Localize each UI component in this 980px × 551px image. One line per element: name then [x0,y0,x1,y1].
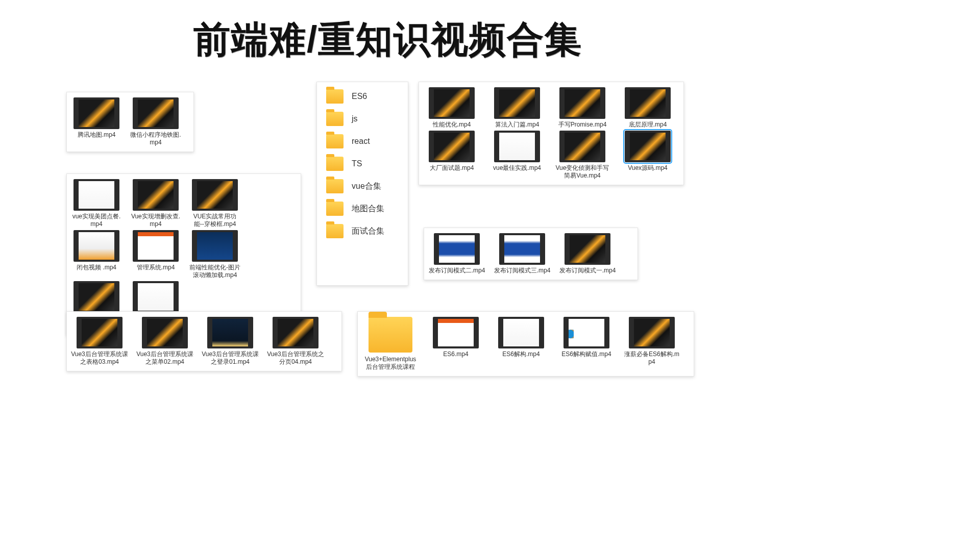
folder-name-label: 地图合集 [352,204,384,214]
video-file-item[interactable]: 闭包视频 .mp4 [71,230,122,279]
video-thumbnail [499,233,545,265]
file-name-label: vue实现美团点餐.mp4 [71,213,122,228]
video-thumbnail [559,131,605,162]
video-thumbnail [192,230,238,262]
video-file-item[interactable]: Vue3后台管理系统之分页04.mp4 [267,317,324,366]
video-file-item[interactable]: Vue实现增删改查.mp4 [130,179,181,228]
folder-item[interactable]: ES6 [324,85,401,108]
video-thumbnail [433,317,479,348]
file-name-label: 涨薪必备ES6解构.mp4 [623,350,680,366]
video-thumbnail [429,87,475,119]
video-file-item[interactable]: Vue3后台管理系统课之登录01.mp4 [202,317,259,366]
video-thumbnail [192,179,238,211]
folder-name-label: js [352,114,358,123]
video-file-item[interactable]: Vue变化侦测和手写简易Vue.mp4 [554,131,611,180]
file-name-label: Vue实现增删改查.mp4 [130,213,181,228]
folder-icon [326,112,344,126]
video-thumbnail [494,131,540,162]
video-file-item[interactable]: 算法入门篇.mp4 [488,87,546,129]
video-file-item[interactable]: ES6解构赋值.mp4 [558,317,615,371]
video-file-item[interactable]: 发布订阅模式二.mp4 [428,233,485,274]
video-file-item[interactable]: 微信小程序地铁图.mp4 [130,97,181,146]
video-thumbnail [77,317,122,348]
video-thumbnail [625,131,671,162]
video-file-item[interactable]: 发布订阅模式一.mp4 [559,233,616,274]
video-file-item[interactable]: Vuex源码.mp4 [619,131,676,180]
file-name-label: vue最佳实践.mp4 [488,164,546,172]
folder-item[interactable]: 面试合集 [324,220,401,242]
video-group-g: Vue3+Elementplus后台管理系统课程ES6.mp4ES6解构.mp4… [357,311,694,377]
folder-icon [326,179,344,193]
video-thumbnail [625,87,671,119]
video-file-item[interactable]: 前端性能优化-图片滚动懒加载.mp4 [189,230,240,279]
folder-item[interactable]: TS [324,153,401,175]
file-name-label: 发布订阅模式二.mp4 [428,267,485,274]
folder-icon [326,202,344,216]
folder-item[interactable]: Vue3+Elementplus后台管理系统课程 [362,317,419,371]
folder-name-label: vue合集 [352,181,381,192]
file-name-label: ES6.mp4 [427,350,484,358]
folder-icon [326,134,344,148]
file-name-label: Vuex源码.mp4 [619,164,676,172]
video-thumbnail [74,97,119,129]
folder-name-label: 面试合集 [352,226,384,237]
file-name-label: 底层原理.mp4 [619,121,676,129]
video-file-item[interactable]: ES6.mp4 [427,317,484,371]
video-thumbnail [74,179,119,211]
file-name-label: Vue3后台管理系统课之登录01.mp4 [202,350,259,366]
page-title: 前端难/重知识视频合集 [0,0,776,64]
video-file-item[interactable]: ES6解构.mp4 [493,317,550,371]
file-name-label: 闭包视频 .mp4 [71,264,122,271]
file-name-label: 微信小程序地铁图.mp4 [130,131,181,146]
file-name-label: 前端性能优化-图片滚动懒加载.mp4 [189,264,240,279]
file-name-label: VUE实战常用功能--穿梭框.mp4 [189,213,240,228]
video-file-item[interactable]: 性能优化.mp4 [423,87,480,129]
video-thumbnail [133,97,179,129]
video-file-item[interactable]: vue最佳实践.mp4 [488,131,546,180]
video-thumbnail [207,317,253,348]
file-name-label: Vue变化侦测和手写简易Vue.mp4 [554,164,611,180]
file-name-label: 发布订阅模式三.mp4 [494,267,551,274]
file-name-label: ES6解构.mp4 [493,350,550,358]
video-file-item[interactable]: vue实现美团点餐.mp4 [71,179,122,228]
video-file-item[interactable]: 腾讯地图.mp4 [71,97,122,146]
folder-icon [326,89,344,104]
video-file-item[interactable]: Vue3后台管理系统课之菜单02.mp4 [136,317,193,366]
video-thumbnail [142,317,188,348]
video-file-item[interactable]: Vue3后台管理系统课之表格03.mp4 [71,317,128,366]
video-group-a: 腾讯地图.mp4微信小程序地铁图.mp4 [66,92,194,152]
video-file-item[interactable]: 发布订阅模式三.mp4 [494,233,551,274]
video-thumbnail [564,317,609,348]
file-name-label: 手写Promise.mp4 [554,121,611,129]
video-file-item[interactable]: 涨薪必备ES6解构.mp4 [623,317,680,371]
file-name-label: 发布订阅模式一.mp4 [559,267,616,274]
video-thumbnail [74,281,119,313]
video-thumbnail [133,281,179,313]
folder-name-label: Vue3+Elementplus后台管理系统课程 [362,356,419,371]
folder-item[interactable]: vue合集 [324,175,401,197]
video-file-item[interactable]: 手写Promise.mp4 [554,87,611,129]
folder-item[interactable]: js [324,108,401,130]
file-name-label: 大厂面试题.mp4 [423,164,480,172]
video-thumbnail [565,233,610,265]
video-thumbnail [74,230,119,262]
folder-name-label: react [352,137,370,146]
video-file-item[interactable]: 底层原理.mp4 [619,87,676,129]
video-group-d: 性能优化.mp4算法入门篇.mp4手写Promise.mp4底层原理.mp4大厂… [419,82,684,185]
video-group-f: Vue3后台管理系统课之表格03.mp4Vue3后台管理系统课之菜单02.mp4… [66,311,342,371]
folder-name-label: ES6 [352,92,367,101]
file-name-label: Vue3后台管理系统课之表格03.mp4 [71,350,128,366]
file-name-label: 管理系统.mp4 [130,264,181,271]
folder-icon [326,224,344,238]
folder-item[interactable]: 地图合集 [324,197,401,220]
video-thumbnail [494,87,540,119]
file-name-label: ES6解构赋值.mp4 [558,350,615,358]
video-thumbnail [559,87,605,119]
video-file-item[interactable]: VUE实战常用功能--穿梭框.mp4 [189,179,240,228]
file-name-label: 性能优化.mp4 [423,121,480,129]
folder-icon [326,157,344,171]
folder-item[interactable]: react [324,130,401,153]
video-thumbnail [629,317,675,348]
video-file-item[interactable]: 管理系统.mp4 [130,230,181,279]
video-file-item[interactable]: 大厂面试题.mp4 [423,131,480,180]
